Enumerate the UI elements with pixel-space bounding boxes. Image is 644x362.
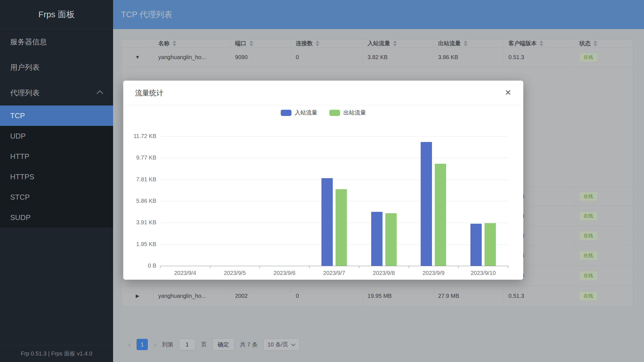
bar-traffic-in[interactable]	[371, 212, 382, 266]
sidebar-item-user-list[interactable]: 用户列表	[0, 55, 113, 80]
status-badge: 在线	[579, 192, 597, 201]
cell-traffic-in: 19.95 MB	[363, 286, 434, 306]
next-page-icon[interactable]: ›	[154, 339, 156, 350]
y-axis-tick-label: 11.72 KB	[120, 133, 156, 139]
collapse-row-icon[interactable]: ▼	[122, 48, 154, 67]
version-footer: Frp 0.51.3 | Frps 面板 v1.4.0	[0, 345, 113, 362]
status-badge: 在线	[579, 271, 597, 280]
bar-traffic-in[interactable]	[321, 178, 333, 266]
status-badge: 在线	[579, 212, 597, 221]
column-connections[interactable]: 连接数	[291, 40, 363, 47]
cell-version: 0.51.3	[504, 48, 575, 67]
sort-icon[interactable]	[172, 40, 176, 46]
page-button-1[interactable]: 1	[137, 339, 148, 350]
triangle-right-icon[interactable]: ▶	[136, 293, 139, 299]
column-expand	[122, 40, 154, 47]
column-traffic-out[interactable]: 出站流量	[434, 40, 504, 47]
page-header: TCP 代理列表	[113, 0, 644, 29]
sidebar-item-tcp[interactable]: TCP	[0, 105, 113, 126]
sidebar-item-stcp[interactable]: STCP	[0, 187, 113, 207]
sidebar-item-http[interactable]: HTTP	[0, 146, 113, 167]
column-status[interactable]: 状态	[575, 40, 633, 47]
traffic-stats-modal: 流量统计 ✕ 入站流量 出站流量 0 B1.95 KB3.91 KB5.86 K…	[123, 81, 523, 280]
column-port[interactable]: 端口	[231, 40, 291, 47]
bar-traffic-out[interactable]	[385, 213, 397, 266]
x-axis-tick-label: 2023/9/8	[359, 270, 409, 276]
sidebar-item-label: 服务器信息	[10, 37, 47, 47]
y-axis-tick-label: 5.86 KB	[120, 198, 156, 204]
x-axis-tick	[260, 266, 260, 268]
goto-label: 到第	[162, 341, 173, 348]
cell-traffic-out: 27.9 MB	[434, 286, 504, 306]
gridline	[160, 180, 508, 180]
column-name[interactable]: 名称	[154, 40, 231, 47]
cell-status: 在线	[575, 246, 633, 265]
cell-status: 在线	[575, 286, 633, 306]
cell-connections: 0	[291, 48, 363, 67]
status-badge: 在线	[579, 292, 597, 301]
prev-page-icon[interactable]: ‹	[128, 339, 131, 350]
sort-icon[interactable]	[393, 40, 397, 46]
submenu-label: HTTP	[10, 152, 29, 161]
gridline	[160, 158, 508, 158]
bar-traffic-out[interactable]	[435, 164, 446, 266]
page-unit-label: 页	[201, 341, 207, 348]
y-axis-tick-label: 0 B	[120, 262, 156, 269]
column-label: 客户端版本	[508, 40, 537, 47]
cell-status: 在线	[575, 206, 633, 226]
chevron-down-icon	[291, 342, 295, 346]
sidebar: Frps 面板 服务器信息 用户列表 代理列表 TCP UDP HTTP HTT…	[0, 0, 113, 362]
sort-icon[interactable]	[593, 40, 597, 46]
app-title: Frps 面板	[0, 0, 113, 29]
sidebar-item-https[interactable]: HTTPS	[0, 167, 113, 187]
table-header-row: 名称 端口 连接数 入站流量 出站流量 客户端版本 状态	[122, 40, 633, 48]
x-axis-tick-label: 2023/9/10	[458, 270, 508, 276]
submenu-label: UDP	[10, 132, 26, 141]
expand-row-icon[interactable]: ▶	[122, 286, 154, 306]
column-label: 连接数	[296, 40, 313, 47]
status-badge: 在线	[579, 231, 597, 240]
column-label: 出站流量	[438, 40, 461, 47]
x-axis-tick-label: 2023/9/4	[160, 270, 210, 276]
column-label: 端口	[235, 40, 247, 47]
confirm-button[interactable]: 确定	[212, 338, 234, 351]
cell-status: 在线	[575, 226, 633, 245]
cell-traffic-in: 3.82 KB	[363, 48, 434, 67]
column-traffic-in[interactable]: 入站流量	[363, 40, 434, 47]
column-client-version[interactable]: 客户端版本	[504, 40, 575, 47]
table-row: ▶yanghuanglin_ho...2002019.95 MB27.9 MB0…	[122, 286, 633, 306]
bar-traffic-in[interactable]	[421, 142, 432, 266]
sidebar-item-sudp[interactable]: SUDP	[0, 207, 113, 228]
x-axis-tick	[359, 266, 359, 268]
cell-traffic-out: 3.86 KB	[434, 48, 504, 67]
sidebar-item-proxy-list[interactable]: 代理列表	[0, 80, 113, 105]
sort-icon[interactable]	[315, 40, 319, 46]
gridline	[160, 223, 508, 223]
goto-page-input[interactable]	[179, 339, 195, 350]
sidebar-item-udp[interactable]: UDP	[0, 126, 113, 146]
cell-port: 2002	[231, 286, 291, 306]
chevron-up-icon	[97, 90, 103, 97]
bar-traffic-out[interactable]	[336, 189, 347, 266]
cell-status: 在线	[575, 266, 633, 286]
x-axis-tick	[160, 266, 161, 268]
x-axis-tick	[409, 266, 409, 268]
cell-name: yanghuanglin_ho...	[154, 286, 231, 306]
sort-icon[interactable]	[464, 40, 468, 46]
bar-traffic-in[interactable]	[470, 224, 482, 266]
cell-status: 在线	[575, 187, 633, 206]
page-size-select[interactable]: 10 条/页	[263, 338, 299, 351]
sort-icon[interactable]	[539, 40, 543, 46]
bar-traffic-out[interactable]	[485, 223, 496, 266]
sidebar-submenu: TCP UDP HTTP HTTPS STCP SUDP	[0, 105, 113, 228]
triangle-down-icon[interactable]: ▼	[135, 55, 140, 60]
y-axis-tick-label: 9.77 KB	[120, 154, 156, 161]
x-axis-tick	[508, 266, 508, 268]
page-size-value: 10 条/页	[267, 341, 288, 348]
cell-version: 0.51.3	[504, 286, 575, 306]
x-axis-tick-label: 2023/9/5	[210, 270, 260, 276]
sidebar-item-server-info[interactable]: 服务器信息	[0, 29, 113, 55]
y-axis-tick-label: 1.95 KB	[120, 241, 156, 247]
sort-icon[interactable]	[249, 40, 253, 46]
frps-dashboard: Frps 面板 服务器信息 用户列表 代理列表 TCP UDP HTTP HTT…	[0, 0, 644, 362]
